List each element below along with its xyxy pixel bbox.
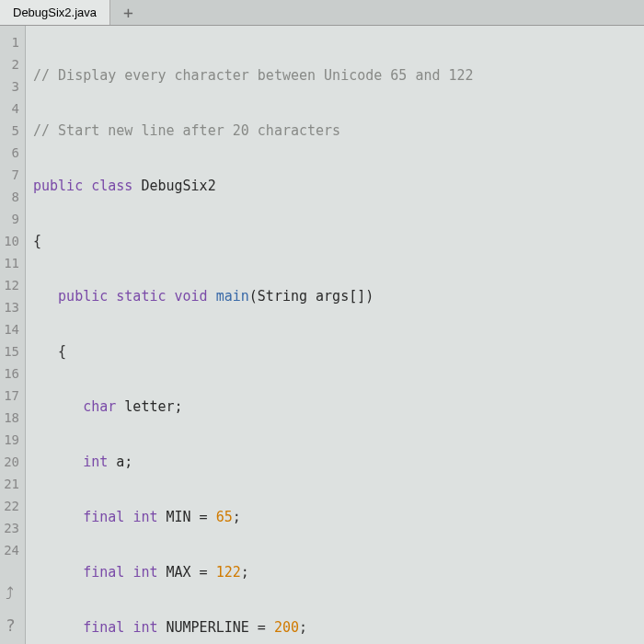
line-gutter: 1 2 3 4 5 6 7 8 9 10 11 12 13 14 15 16 1… xyxy=(0,26,26,644)
line-number: 9 xyxy=(2,208,19,230)
keyword: class xyxy=(91,178,132,194)
line-number: 15 xyxy=(2,340,19,362)
line-number: 13 xyxy=(2,296,19,318)
code-line-4: { xyxy=(33,230,637,252)
line-number: 12 xyxy=(2,274,19,296)
line-number: 7 xyxy=(2,164,19,186)
tab-bar: DebugSix2.java + xyxy=(0,0,644,26)
line-number: 14 xyxy=(2,318,19,340)
file-tab[interactable]: DebugSix2.java xyxy=(0,0,110,25)
line-number: 18 xyxy=(2,407,19,429)
code-line-1: // Display every character between Unico… xyxy=(33,64,637,86)
share-icon[interactable]: ⤴ xyxy=(6,583,16,603)
code-line-7: char letter; xyxy=(33,396,637,418)
line-number: 6 xyxy=(2,142,19,164)
new-tab-button[interactable]: + xyxy=(110,0,146,25)
keyword: int xyxy=(83,454,108,470)
line-number: 4 xyxy=(2,98,19,120)
brace: { xyxy=(33,233,41,249)
code-line-9: final int MIN = 65; xyxy=(33,506,637,528)
keyword: final xyxy=(83,619,124,636)
line-number: 3 xyxy=(2,75,19,98)
footer-icons: ⤴ ? xyxy=(6,583,16,635)
code-line-2: // Start new line after 20 characters xyxy=(33,120,637,142)
code-line-10: final int MAX = 122; xyxy=(33,561,637,583)
line-number: 11 xyxy=(2,252,19,274)
identifier: MAX = xyxy=(157,564,215,581)
keyword: public xyxy=(33,178,83,194)
punctuation: ; xyxy=(233,509,241,525)
identifier: MIN = xyxy=(157,509,215,525)
identifier: a; xyxy=(108,454,132,470)
line-number: 23 xyxy=(2,517,19,539)
identifier: letter; xyxy=(116,398,182,415)
keyword: char xyxy=(83,398,116,415)
number: 200 xyxy=(274,619,299,636)
code-editor[interactable]: 1 2 3 4 5 6 7 8 9 10 11 12 13 14 15 16 1… xyxy=(0,26,644,644)
keyword: int xyxy=(132,509,157,525)
line-number: 22 xyxy=(2,495,19,517)
signature: (String args[]) xyxy=(249,288,374,305)
tab-filename: DebugSix2.java xyxy=(13,6,97,19)
brace: { xyxy=(58,343,66,360)
line-number: 10 xyxy=(2,230,19,252)
line-number: 21 xyxy=(2,473,19,495)
code-line-3: public class DebugSix2 xyxy=(33,175,637,197)
line-number: 1 xyxy=(2,31,19,53)
keyword: final xyxy=(83,509,124,525)
number: 122 xyxy=(216,564,241,581)
method-name: main xyxy=(216,288,249,305)
keyword: int xyxy=(132,619,157,636)
line-number: 2 xyxy=(2,53,19,75)
code-line-8: int a; xyxy=(33,451,637,473)
help-icon[interactable]: ? xyxy=(6,615,16,635)
keyword: int xyxy=(132,564,157,581)
comment-text: // Display every character between Unico… xyxy=(33,67,474,84)
line-number: 17 xyxy=(2,385,19,407)
line-number: 5 xyxy=(2,120,19,142)
line-number: 24 xyxy=(2,539,19,561)
identifier: NUMPERLINE = xyxy=(157,619,273,636)
keyword: final xyxy=(83,564,124,581)
code-line-6: { xyxy=(33,340,637,362)
punctuation: ; xyxy=(241,564,249,581)
class-name: DebugSix2 xyxy=(141,178,215,194)
keyword: void xyxy=(175,288,208,305)
keyword: public xyxy=(58,288,108,305)
line-number: 8 xyxy=(2,186,19,208)
code-area[interactable]: // Display every character between Unico… xyxy=(26,26,644,644)
number: 65 xyxy=(216,509,233,525)
line-number: 16 xyxy=(2,362,19,385)
comment-text: // Start new line after 20 characters xyxy=(33,122,340,139)
line-number: 19 xyxy=(2,429,19,451)
line-number: 20 xyxy=(2,451,19,473)
keyword: static xyxy=(116,288,166,305)
code-line-5: public static void main(String args[]) xyxy=(33,285,637,307)
plus-icon: + xyxy=(123,3,133,22)
code-line-11: final int NUMPERLINE = 200; xyxy=(33,616,637,638)
punctuation: ; xyxy=(299,619,307,636)
